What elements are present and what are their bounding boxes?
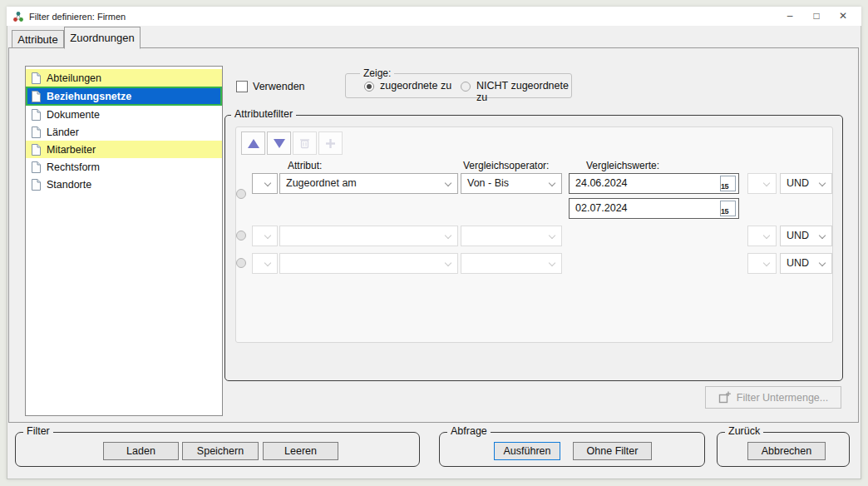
row2-attribut-dropdown[interactable] bbox=[279, 226, 458, 246]
arrow-down-icon bbox=[274, 139, 285, 148]
radio-nicht-zugeordnete-zu[interactable] bbox=[461, 82, 471, 92]
verwenden-label: Verwenden bbox=[253, 81, 305, 92]
document-icon bbox=[31, 126, 42, 139]
list-item-dokumente[interactable]: Dokumente bbox=[26, 106, 222, 123]
abfrage-group: Abfrage Ausführen Ohne Filter bbox=[439, 432, 705, 467]
leeren-button[interactable]: Leeren bbox=[263, 442, 338, 460]
trash-icon bbox=[299, 137, 310, 149]
filter-untermenge-label: Filter Untermenge... bbox=[737, 392, 828, 404]
list-item-rechtsform[interactable]: Rechtsform bbox=[26, 158, 222, 176]
row2-conjunction-value: UND bbox=[787, 230, 809, 241]
row3-conjunction-value: UND bbox=[787, 257, 809, 269]
row1-date-to-field[interactable]: 02.07.2024 15 bbox=[569, 198, 739, 219]
chevron-down-icon bbox=[549, 260, 555, 266]
add-row-button[interactable] bbox=[318, 131, 343, 155]
attributefilter-label: Attributefilter bbox=[231, 108, 296, 120]
arrow-up-icon bbox=[248, 139, 259, 148]
row2-conjunction-dropdown[interactable]: UND bbox=[780, 226, 832, 246]
window-controls: – □ ✕ bbox=[777, 7, 856, 26]
row1-attribut-value: Zugeordnet am bbox=[286, 177, 357, 189]
list-item-abteilungen[interactable]: Abteilungen bbox=[26, 69, 222, 87]
row1-prefix-dropdown[interactable] bbox=[252, 173, 278, 194]
move-down-button[interactable] bbox=[267, 131, 291, 155]
verwenden-checkbox[interactable] bbox=[236, 81, 248, 92]
laden-button[interactable]: Laden bbox=[103, 442, 179, 460]
row3-prefix-dropdown[interactable] bbox=[252, 253, 278, 274]
list-item-label: Abteilungen bbox=[47, 72, 101, 84]
row3-suffix-dropdown[interactable] bbox=[747, 253, 777, 274]
chevron-down-icon bbox=[763, 260, 770, 266]
row1-attribut-dropdown[interactable]: Zugeordnet am bbox=[279, 173, 458, 194]
ohne-filter-button[interactable]: Ohne Filter bbox=[573, 442, 652, 460]
row2-prefix-dropdown[interactable] bbox=[252, 226, 278, 246]
list-item-label: Dokumente bbox=[47, 109, 100, 121]
list-item-mitarbeiter[interactable]: Mitarbeiter bbox=[26, 141, 222, 158]
row3-operator-dropdown[interactable] bbox=[461, 253, 562, 274]
row1-conjunction-value: UND bbox=[787, 177, 809, 189]
maximize-button[interactable]: □ bbox=[803, 7, 830, 26]
calendar-icon-day: 15 bbox=[721, 207, 728, 216]
row1-date-from-field[interactable]: 24.06.2024 15 bbox=[569, 173, 739, 194]
row1-suffix-dropdown[interactable] bbox=[747, 173, 777, 194]
list-item-label: Mitarbeiter bbox=[47, 144, 96, 156]
column-header-vergleichsoperator: Vergleichsoperator: bbox=[463, 160, 549, 171]
row3-radio[interactable] bbox=[236, 258, 246, 268]
row1-operator-value: Von - Bis bbox=[467, 177, 509, 189]
filter-untermenge-button[interactable]: Filter Untermenge... bbox=[705, 386, 841, 409]
title-bar: Filter definieren: Firmen – □ ✕ bbox=[7, 7, 861, 26]
tab-zuordnungen[interactable]: Zuordnungen bbox=[64, 27, 141, 49]
close-button[interactable]: ✕ bbox=[830, 7, 856, 26]
zeige-label: Zeige: bbox=[360, 67, 394, 79]
list-item-label: Beziehungsnetze bbox=[47, 91, 131, 102]
row2-suffix-dropdown[interactable] bbox=[747, 226, 777, 246]
document-icon bbox=[31, 161, 42, 174]
screen: Filter definieren: Firmen – □ ✕ Attribut… bbox=[0, 0, 868, 486]
row1-date-from-value: 24.06.2024 bbox=[575, 177, 628, 189]
row1-conjunction-dropdown[interactable]: UND bbox=[780, 173, 832, 194]
chevron-down-icon bbox=[264, 180, 271, 186]
document-icon bbox=[31, 72, 42, 85]
calendar-icon[interactable]: 15 bbox=[720, 176, 736, 191]
chevron-down-icon bbox=[549, 232, 555, 239]
minimize-button[interactable]: – bbox=[777, 7, 803, 26]
calendar-icon[interactable]: 15 bbox=[720, 201, 736, 216]
document-icon bbox=[31, 108, 42, 122]
abbrechen-button[interactable]: Abbrechen bbox=[747, 442, 826, 460]
calendar-icon-day: 15 bbox=[721, 182, 728, 191]
column-header-vergleichswerte: Vergleichswerte: bbox=[586, 160, 659, 171]
row1-radio[interactable] bbox=[236, 189, 246, 199]
chevron-down-icon bbox=[819, 232, 826, 239]
document-icon bbox=[31, 143, 42, 156]
row3-conjunction-dropdown[interactable]: UND bbox=[780, 253, 832, 274]
zurueck-group-label: Zurück bbox=[725, 425, 763, 437]
list-item-standorte[interactable]: Standorte bbox=[26, 176, 222, 193]
chevron-down-icon bbox=[819, 180, 826, 186]
list-item-label: Standorte bbox=[47, 179, 91, 191]
row1-date-to-value: 02.07.2024 bbox=[575, 202, 628, 214]
list-item-laender[interactable]: Länder bbox=[26, 123, 222, 141]
list-item-beziehungsnetze[interactable]: Beziehungsnetze bbox=[26, 87, 222, 106]
zuordnungen-list: Abteilungen Beziehungsnetze Dokumente Lä… bbox=[25, 66, 223, 416]
chevron-down-icon bbox=[445, 180, 451, 186]
abfrage-group-label: Abfrage bbox=[447, 425, 491, 437]
row3-attribut-dropdown[interactable] bbox=[279, 253, 458, 274]
row2-operator-dropdown[interactable] bbox=[461, 226, 562, 246]
row2-radio[interactable] bbox=[236, 231, 246, 241]
ausfuehren-button[interactable]: Ausführen bbox=[494, 442, 560, 460]
chevron-down-icon bbox=[763, 180, 770, 186]
subset-add-icon bbox=[718, 391, 731, 404]
move-up-button[interactable] bbox=[241, 131, 265, 155]
zeige-group: Zeige: zugeordnete zu NICHT zugeordnete … bbox=[345, 73, 572, 98]
chevron-down-icon bbox=[445, 232, 451, 239]
list-item-label: Länder bbox=[47, 126, 79, 138]
chevron-down-icon bbox=[264, 260, 271, 266]
row1-operator-dropdown[interactable]: Von - Bis bbox=[461, 173, 562, 194]
speichern-button[interactable]: Speichern bbox=[182, 442, 259, 460]
radio-zugeordnete-zu[interactable] bbox=[364, 82, 374, 92]
list-item-label: Rechtsform bbox=[47, 161, 100, 173]
plus-icon bbox=[325, 138, 336, 149]
delete-row-button[interactable] bbox=[293, 131, 317, 155]
chevron-down-icon bbox=[819, 260, 826, 266]
zurueck-group: Zurück Abbrechen bbox=[717, 432, 850, 467]
tab-attribute[interactable]: Attribute bbox=[12, 30, 64, 48]
